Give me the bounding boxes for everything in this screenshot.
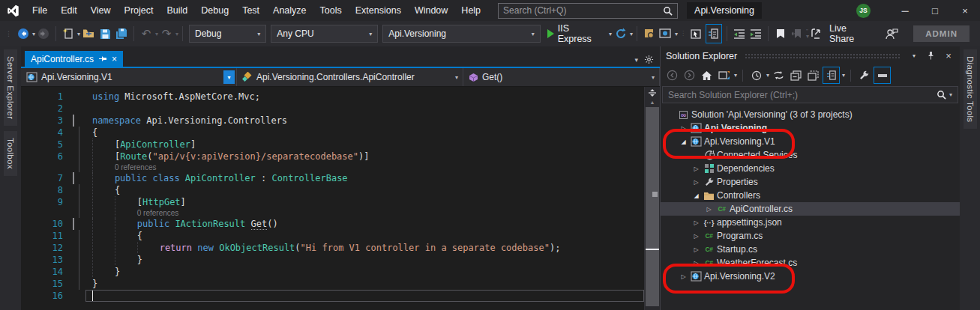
line-content[interactable]: }	[85, 278, 644, 290]
expand-arrow-icon[interactable]: ▷	[691, 246, 702, 253]
line-number[interactable]: 11	[21, 230, 73, 242]
live-share-label[interactable]: Live Share	[829, 23, 874, 44]
tree-item-api-versioning[interactable]: ▷Api.Versioning	[661, 121, 960, 135]
tree-item-weatherforecast-cs[interactable]: ▷C#WeatherForecast.cs	[661, 256, 960, 270]
code-line-5[interactable]: 5[ApiController]	[21, 139, 644, 151]
codelens-references-link[interactable]: 0 references	[137, 209, 179, 217]
code-line-13[interactable]: 13}	[21, 254, 644, 266]
menu-build[interactable]: Build	[160, 0, 194, 21]
fold-margin[interactable]	[73, 172, 85, 184]
navigate-backward-dropdown[interactable]: ▾	[32, 31, 35, 37]
solution-explorer-search-input[interactable]: Search Solution Explorer (Ctrl+;) ▾	[662, 86, 958, 103]
menu-window[interactable]: Window	[408, 0, 454, 21]
code-line-8[interactable]: 8{	[21, 184, 644, 196]
menu-file[interactable]: File	[25, 0, 54, 21]
previous-bookmark-button[interactable]	[790, 25, 805, 43]
tree-item-properties[interactable]: ▷Properties	[661, 175, 960, 189]
line-number[interactable]: 7	[21, 172, 73, 184]
line-number[interactable]: 8	[21, 184, 73, 196]
sync-with-active-document-button[interactable]	[706, 24, 722, 43]
split-editor-handle[interactable]	[645, 87, 660, 98]
line-number[interactable]: 10	[21, 218, 73, 230]
breadcrumb-api-versioning-v1[interactable]: Api.Versioning.V1▾	[21, 68, 237, 86]
tree-item-apicontroller-cs[interactable]: ▷C#ApiController.cs	[661, 202, 960, 216]
toolbar-overflow-button[interactable]: "▾	[806, 28, 809, 39]
pending-changes-filter-button[interactable]	[748, 67, 764, 83]
close-panel-icon[interactable]: ×	[943, 50, 955, 62]
switch-views-button[interactable]	[716, 67, 732, 83]
line-content[interactable]: {	[85, 127, 644, 139]
user-avatar[interactable]: JS	[856, 4, 871, 18]
tree-item-api-versioning-v2[interactable]: ▷Api.Versioning.V2	[661, 270, 960, 283]
refresh-icon[interactable]	[771, 67, 787, 83]
feedback-icon[interactable]	[884, 25, 899, 43]
chevron-down-icon[interactable]: ▾	[223, 70, 235, 84]
navigate-forward-button[interactable]	[36, 25, 51, 43]
expand-arrow-icon[interactable]: ▷	[691, 219, 702, 226]
line-number[interactable]: 15	[21, 278, 73, 290]
undo-button[interactable]: ↶	[139, 25, 154, 43]
maximize-button[interactable]: □	[920, 0, 950, 21]
refresh-dropdown[interactable]: ▾	[630, 31, 633, 37]
menu-view[interactable]: View	[84, 0, 118, 21]
admin-button[interactable]: ADMIN	[913, 25, 970, 42]
tree-item-controllers[interactable]: ◢Controllers	[661, 189, 960, 202]
redo-dropdown[interactable]: ▾	[175, 31, 178, 37]
line-number[interactable]	[21, 162, 73, 172]
close-tab-icon[interactable]: ×	[112, 54, 117, 64]
expand-arrow-icon[interactable]: ▷	[678, 125, 689, 132]
minimize-button[interactable]: ─	[890, 0, 920, 21]
search-icon[interactable]	[937, 90, 946, 100]
panel-menu-chevron-icon[interactable]: ▾	[908, 50, 920, 62]
solution-platform-combo[interactable]: Any CPU▾	[271, 25, 378, 43]
scrollbar-thumb[interactable]	[646, 107, 659, 306]
navigate-backward-button[interactable]	[16, 25, 31, 43]
toggle-bookmark-button[interactable]	[773, 25, 788, 43]
search-icon[interactable]	[663, 6, 673, 16]
expand-arrow-icon[interactable]: ▷	[691, 179, 702, 186]
line-content[interactable]: [ApiController]	[85, 139, 644, 151]
decrease-indent-button[interactable]	[732, 25, 747, 43]
line-content[interactable]: using Microsoft.AspNetCore.Mvc;	[85, 91, 644, 103]
line-number[interactable]: 14	[21, 266, 73, 278]
sync-dropdown[interactable]: ▾	[842, 72, 845, 79]
sync-with-active-document-button[interactable]	[823, 67, 840, 84]
expand-arrow-icon[interactable]: ▷	[691, 260, 702, 267]
line-content[interactable]: public IActionResult Get()	[85, 218, 644, 230]
open-file-button[interactable]	[81, 25, 96, 43]
start-debugging-button[interactable]: IIS Express ▾	[547, 25, 612, 43]
code-line-2[interactable]: 2	[21, 103, 644, 115]
save-button[interactable]	[97, 25, 112, 43]
tree-item-dependencies[interactable]: ▷Dependencies	[661, 162, 960, 175]
line-number[interactable]: 5	[21, 139, 73, 151]
collapse-arrow-icon[interactable]: ◢	[691, 192, 702, 199]
expand-arrow-icon[interactable]: ▷	[703, 206, 715, 213]
collapse-arrow-icon[interactable]: ◢	[678, 139, 689, 145]
line-number[interactable]: 13	[21, 254, 73, 266]
home-icon[interactable]	[699, 67, 715, 83]
scroll-up-arrow[interactable]: ▲	[645, 98, 660, 106]
code-line-12[interactable]: 12return new OkObjectResult("Hi from V1 …	[21, 242, 644, 254]
menu-edit[interactable]: Edit	[54, 0, 84, 21]
save-all-button[interactable]	[114, 25, 129, 43]
menu-project[interactable]: Project	[118, 0, 160, 21]
search-options-dropdown[interactable]: ▾	[949, 91, 952, 98]
tree-item-connected-services[interactable]: Connected Services	[661, 148, 960, 162]
collapse-box-icon[interactable]	[73, 172, 74, 184]
pin-icon[interactable]	[925, 50, 937, 62]
new-project-dropdown[interactable]: ▾	[77, 31, 80, 37]
pin-icon[interactable]	[99, 55, 106, 63]
line-number[interactable]: 1	[21, 91, 73, 103]
properties-wrench-icon[interactable]	[856, 67, 872, 83]
code-line-3[interactable]: 3namespace Api.Versioning.Controllers	[21, 115, 644, 127]
collapse-box-icon[interactable]	[73, 115, 74, 127]
line-number[interactable]: 2	[21, 103, 73, 115]
breadcrumb-api-versioning-controllers-apicontroller[interactable]: Api.Versioning.Controllers.ApiController…	[237, 68, 463, 86]
code-line-10[interactable]: 10public IActionResult Get()	[21, 218, 644, 230]
code-line-9[interactable]: 9[HttpGet]	[21, 196, 644, 208]
web-browser-button[interactable]	[658, 25, 673, 43]
line-content[interactable]: [Route("api/v{v:apiVersion}/separatecode…	[85, 151, 644, 162]
live-share-icon[interactable]	[810, 25, 825, 43]
tree-item-api-versioning-v1[interactable]: ◢Api.Versioning.V1	[661, 135, 960, 148]
tab-apicontroller-cs[interactable]: ApiController.cs ×	[25, 51, 123, 67]
